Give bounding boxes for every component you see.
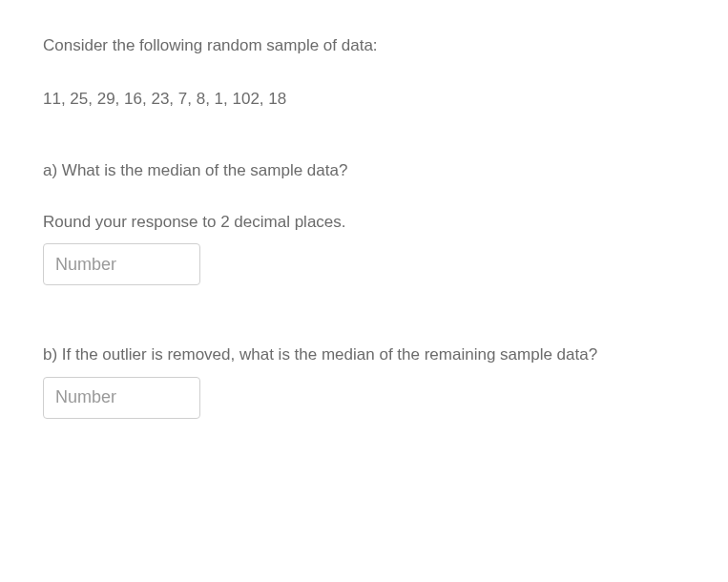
sample-data-values: 11, 25, 29, 16, 23, 7, 8, 1, 102, 18 xyxy=(43,87,685,112)
answer-a-input[interactable] xyxy=(43,243,200,285)
intro-text: Consider the following random sample of … xyxy=(43,33,685,58)
question-a-text: a) What is the median of the sample data… xyxy=(43,158,685,183)
question-b-text: b) If the outlier is removed, what is th… xyxy=(43,343,685,367)
answer-b-wrapper xyxy=(43,377,685,419)
answer-b-input[interactable] xyxy=(43,377,200,419)
answer-a-wrapper xyxy=(43,243,685,285)
rounding-instruction: Round your response to 2 decimal places. xyxy=(43,210,685,235)
